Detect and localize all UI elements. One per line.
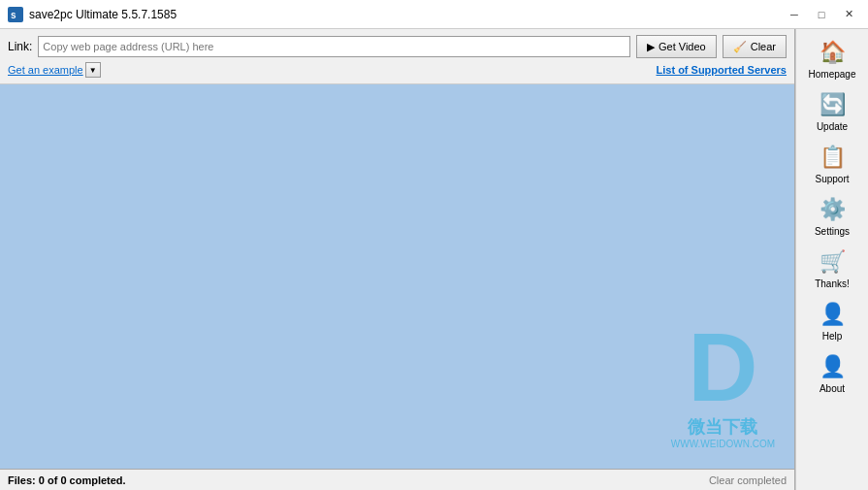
sidebar-label-thanks: Thanks!: [815, 278, 850, 289]
get-video-icon: ▶: [647, 41, 655, 53]
supported-servers-link[interactable]: List of Supported Servers: [657, 64, 787, 76]
get-video-button[interactable]: ▶ Get Video: [636, 35, 717, 58]
close-button[interactable]: ✕: [837, 5, 860, 24]
get-example-area: Get an example ▼: [8, 62, 101, 78]
sidebar-item-help[interactable]: 👤 Help: [799, 295, 865, 345]
main-container: Link: ▶ Get Video 🧹 Clear Get an example…: [0, 29, 868, 490]
url-input[interactable]: [38, 36, 630, 57]
maximize-button[interactable]: □: [810, 5, 833, 24]
sidebar-label-settings: Settings: [815, 226, 850, 237]
thanks-icon: 🛒: [817, 246, 848, 278]
sidebar-label-homepage: Homepage: [809, 69, 856, 80]
sidebar-item-support[interactable]: 📋 Support: [799, 138, 865, 188]
link-label: Link:: [8, 40, 32, 53]
title-bar: s save2pc Ultimate 5.5.7.1585 ─ □ ✕: [0, 0, 868, 29]
main-content-area: D 微当下载 WWW.WEIDOWN.COM: [0, 84, 794, 469]
example-dropdown-button[interactable]: ▼: [85, 62, 101, 78]
sidebar-label-about: About: [820, 383, 845, 394]
app-title: save2pc Ultimate 5.5.7.1585: [29, 8, 177, 21]
settings-icon: ⚙️: [817, 194, 848, 225]
clear-icon: 🧹: [733, 41, 747, 53]
sidebar-item-thanks[interactable]: 🛒 Thanks!: [799, 243, 865, 293]
toolbar-row2: Get an example ▼ List of Supported Serve…: [8, 62, 787, 78]
toolbar-row1: Link: ▶ Get Video 🧹 Clear: [8, 35, 787, 58]
sidebar-item-settings[interactable]: ⚙️ Settings: [799, 190, 865, 241]
clear-label: Clear: [751, 41, 776, 52]
sidebar-label-update: Update: [817, 121, 848, 132]
sidebar-item-about[interactable]: 👤 About: [799, 347, 865, 398]
toolbar: Link: ▶ Get Video 🧹 Clear Get an example…: [0, 29, 794, 84]
title-bar-controls: ─ □ ✕: [783, 5, 860, 24]
watermark: D 微当下载 WWW.WEIDOWN.COM: [671, 318, 775, 449]
sidebar-item-update[interactable]: 🔄 Update: [799, 85, 865, 136]
files-status: Files: 0 of 0 completed.: [8, 474, 126, 486]
sidebar-item-homepage[interactable]: 🏠 Homepage: [799, 33, 865, 83]
clear-button[interactable]: 🧹 Clear: [723, 35, 787, 58]
sidebar-label-support: Support: [815, 174, 849, 184]
clear-completed-button[interactable]: Clear completed: [709, 474, 787, 486]
app-icon: s: [8, 7, 23, 22]
content-area: Link: ▶ Get Video 🧹 Clear Get an example…: [0, 29, 795, 490]
watermark-letter: D: [671, 318, 775, 415]
homepage-icon: 🏠: [817, 37, 848, 68]
get-video-label: Get Video: [659, 41, 706, 52]
about-icon: 👤: [817, 351, 848, 382]
update-icon: 🔄: [817, 89, 848, 120]
title-bar-left: s save2pc Ultimate 5.5.7.1585: [8, 7, 177, 22]
sidebar: 🏠 Homepage 🔄 Update 📋 Support ⚙️ Setting…: [795, 29, 868, 490]
get-example-link[interactable]: Get an example: [8, 64, 83, 76]
status-bar: Files: 0 of 0 completed. Clear completed: [0, 469, 794, 490]
watermark-text2: WWW.WEIDOWN.COM: [671, 439, 775, 449]
minimize-button[interactable]: ─: [783, 5, 806, 24]
svg-text:s: s: [11, 10, 16, 20]
sidebar-label-help: Help: [822, 331, 843, 342]
help-icon: 👤: [817, 299, 848, 330]
support-icon: 📋: [817, 142, 848, 173]
